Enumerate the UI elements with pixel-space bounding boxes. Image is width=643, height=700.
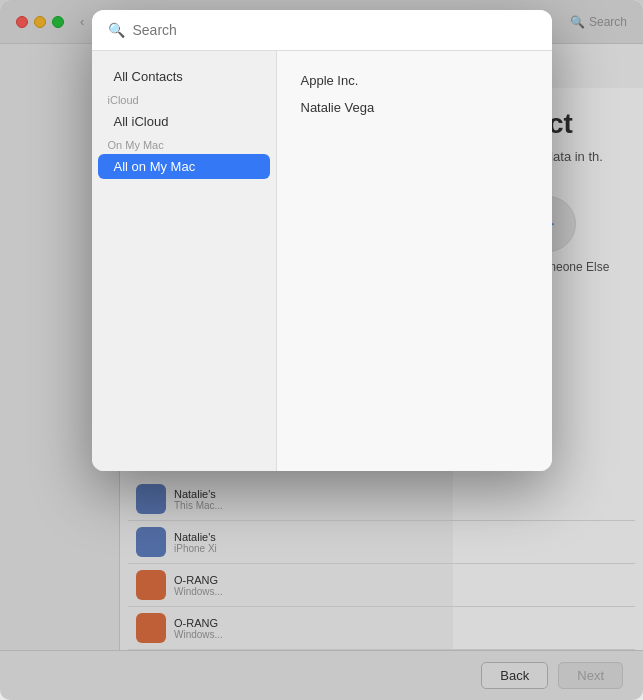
contacts-list: Apple Inc. Natalie Vega <box>277 51 552 471</box>
modal-search-icon: 🔍 <box>108 22 125 38</box>
sidebar-item-all-on-my-mac[interactable]: All on My Mac <box>98 154 270 179</box>
contact-picker-modal: 🔍 All Contacts iCloud All iCloud On My M… <box>92 10 552 471</box>
modal-body: All Contacts iCloud All iCloud On My Mac… <box>92 51 552 471</box>
modal-sidebar: All Contacts iCloud All iCloud On My Mac… <box>92 51 277 471</box>
contact-item-apple-inc[interactable]: Apple Inc. <box>293 67 536 94</box>
modal-overlay: 🔍 All Contacts iCloud All iCloud On My M… <box>0 0 643 700</box>
modal-search-bar[interactable]: 🔍 <box>92 10 552 51</box>
sidebar-item-all-icloud[interactable]: All iCloud <box>98 109 270 134</box>
icloud-section-label: iCloud <box>92 90 276 108</box>
modal-search-input[interactable] <box>133 22 536 38</box>
contact-item-natalie-vega[interactable]: Natalie Vega <box>293 94 536 121</box>
sidebar-item-all-contacts[interactable]: All Contacts <box>98 64 270 89</box>
on-my-mac-section-label: On My Mac <box>92 135 276 153</box>
